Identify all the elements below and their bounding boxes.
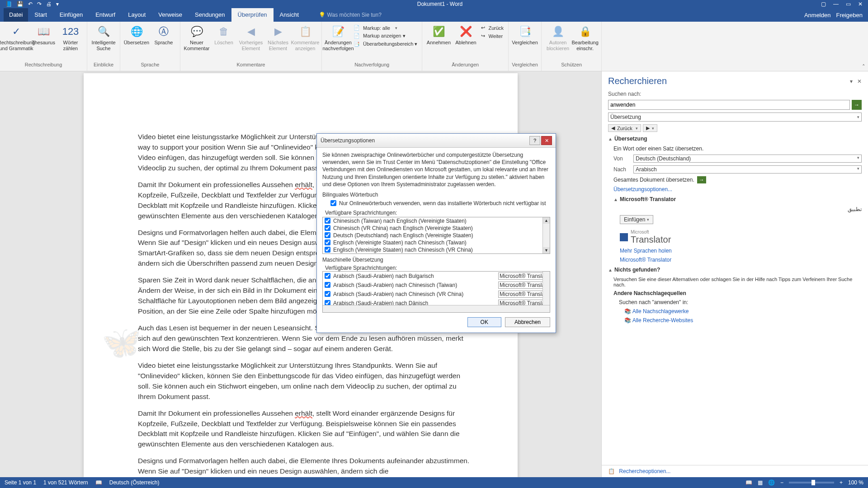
track-changes-button[interactable]: 📝Änderungen nachverfolgen [325, 23, 352, 52]
ms-translator-link[interactable]: Microsoft® Translator [608, 257, 862, 263]
zoom-level[interactable]: 100 % [848, 479, 863, 486]
online-only-checkbox[interactable] [330, 200, 336, 206]
list-item-checkbox[interactable] [325, 239, 330, 245]
tree-root-translation[interactable]: ▲Übersetzung [608, 135, 862, 143]
collapse-ribbon-icon[interactable]: ˄ [862, 63, 865, 70]
not-found-node[interactable]: ▲Nichts gefunden? [608, 266, 862, 274]
show-comments-button[interactable]: 📋Kommentare anzeigen [292, 23, 319, 52]
smart-lookup-button[interactable]: 🔍Intelligente Suche [90, 23, 117, 52]
compare-button[interactable]: 📑Vergleichen [511, 23, 538, 46]
vertical-scrollbar[interactable] [542, 272, 550, 305]
ribbon-display-icon[interactable]: ▢ [821, 1, 826, 7]
web-layout-icon[interactable]: 🌐 [768, 479, 775, 486]
tab-layout[interactable]: Layout [122, 8, 152, 22]
research-options-link[interactable]: 📋 Rechercheoptionen... [602, 465, 868, 477]
minimize-icon[interactable]: — [833, 1, 839, 7]
print-icon[interactable]: 🖨 [46, 1, 52, 7]
more-languages-link[interactable]: Mehr Sprachen holen [608, 248, 862, 254]
file-tab[interactable]: Datei [4, 8, 28, 22]
list-item-checkbox[interactable] [325, 232, 330, 238]
page-number-status[interactable]: Seite 1 von 1 [5, 479, 36, 486]
insert-button[interactable]: Einfügen▾ [620, 215, 653, 224]
zoom-out-icon[interactable]: − [780, 479, 783, 486]
list-item-checkbox[interactable] [325, 218, 330, 224]
markup-display-select[interactable]: 📄 Markup: alle ▾ [352, 24, 419, 31]
translation-options-link[interactable]: Übersetzungsoptionen... [608, 186, 862, 192]
search-input[interactable] [608, 100, 850, 110]
search-go-button[interactable]: → [852, 100, 862, 110]
word-count-status[interactable]: 1 von 521 Wörtern [43, 479, 88, 486]
language-status[interactable]: Deutsch (Österreich) [109, 479, 160, 486]
list-item-checkbox[interactable] [325, 273, 330, 279]
bilingual-listbox[interactable]: Chinesisch (Taiwan) nach Englisch (Verei… [322, 217, 550, 254]
list-item-checkbox[interactable] [325, 247, 330, 253]
undo-icon[interactable]: ↶ [28, 1, 33, 7]
tab-einfuegen[interactable]: Einfügen [53, 8, 89, 22]
spell-check-status-icon[interactable]: 📖 [95, 479, 102, 486]
tab-entwurf[interactable]: Entwurf [89, 8, 122, 22]
back-button[interactable]: ◀ Zurück ▾ [608, 124, 641, 132]
save-icon[interactable]: 💾 [17, 1, 24, 7]
list-item-checkbox[interactable] [325, 282, 330, 288]
list-item-checkbox[interactable] [325, 291, 330, 297]
cancel-button[interactable]: Abbrechen [505, 317, 550, 327]
from-language-select[interactable]: Deutsch (Deutschland)▾ [633, 155, 862, 163]
ok-button[interactable]: OK [467, 317, 501, 327]
pane-options-icon[interactable]: ▾ [850, 78, 853, 84]
delete-comment-button[interactable]: 🗑Löschen [210, 23, 237, 46]
list-item-checkbox[interactable] [325, 225, 330, 231]
block-authors-button[interactable]: 👤Autoren blockieren [544, 23, 571, 52]
prev-comment-button[interactable]: ◀Vorheriges Element [237, 23, 264, 52]
zoom-slider[interactable] [789, 482, 834, 483]
mt-section-label: Maschinelle Übersetzung [322, 257, 550, 263]
tab-sendungen[interactable]: Sendungen [189, 8, 231, 22]
zoom-in-icon[interactable]: + [840, 479, 843, 486]
provider-select[interactable]: Microsoft® Translatc [498, 282, 548, 289]
reject-button[interactable]: ❌Ablehnen [452, 23, 479, 46]
new-comment-button[interactable]: 💬Neuer Kommentar [183, 23, 210, 52]
scroll-up-icon[interactable]: ▲ [543, 217, 550, 224]
word-icon: 📘 [5, 1, 12, 7]
scroll-down-icon[interactable]: ▼ [543, 247, 550, 253]
share-button[interactable]: Freigeben [836, 12, 863, 19]
all-sites-link[interactable]: 📚 Alle Recherche-Websites [608, 317, 862, 324]
thesaurus-button[interactable]: 📖Thesaurus [30, 23, 57, 46]
spelling-button[interactable]: ✓Rechtschreibung und Grammatik [3, 23, 30, 52]
signin-link[interactable]: Anmelden [804, 12, 831, 19]
tell-me-input[interactable]: 💡 Was möchten Sie tun? [319, 8, 382, 22]
tab-start[interactable]: Start [28, 8, 53, 22]
mt-listbox[interactable]: Arabisch (Saudi-Arabien) nach Bulgarisch… [322, 271, 550, 313]
close-pane-icon[interactable]: ✕ [857, 78, 862, 84]
next-change-button[interactable]: ↪ Weiter [479, 33, 505, 39]
translator-logo: MicrosoftTranslator [608, 230, 862, 245]
maximize-icon[interactable]: ▭ [846, 1, 851, 7]
tab-ueberpruefen[interactable]: Überprüfen [231, 8, 274, 22]
horizontal-scrollbar[interactable] [323, 305, 550, 312]
paragraph: Designs und Formatvorlagen helfen auch d… [138, 456, 472, 477]
previous-change-button[interactable]: ↩ Zurück [479, 24, 505, 31]
all-reference-link[interactable]: 📚 Alle Nachschlagewerke [608, 308, 862, 314]
word-count-button[interactable]: 123Wörter zählen [57, 23, 84, 52]
reviewing-pane-button[interactable]: 📑 Überarbeitungsbereich ▾ [352, 41, 419, 47]
provider-select[interactable]: Microsoft® Translatc [498, 272, 548, 280]
tab-ansicht[interactable]: Ansicht [274, 8, 306, 22]
redo-icon[interactable]: ↷ [37, 1, 42, 7]
translate-button[interactable]: 🌐Übersetzen [123, 23, 150, 46]
restrict-editing-button[interactable]: 🔒Bearbeitung einschr. [571, 23, 599, 52]
forward-button[interactable]: ▶ ▾ [643, 124, 657, 132]
translator-node[interactable]: ▲Microsoft® Translator [608, 195, 862, 203]
dialog-close-icon[interactable]: ✕ [541, 136, 552, 145]
accept-button[interactable]: ✅Annehmen [425, 23, 452, 46]
tab-verweise[interactable]: Verweise [152, 8, 189, 22]
next-comment-button[interactable]: ▶Nächstes Element [264, 23, 292, 52]
dialog-help-icon[interactable]: ? [529, 136, 540, 145]
close-window-icon[interactable]: ✕ [858, 1, 863, 7]
translate-doc-go-button[interactable]: → [697, 176, 706, 183]
show-markup-button[interactable]: 📄 Markup anzeigen ▾ [352, 33, 419, 39]
print-layout-icon[interactable]: ▦ [758, 479, 763, 486]
provider-select[interactable]: Microsoft® Translatc [498, 291, 548, 298]
category-select[interactable]: Übersetzung▾ [608, 113, 862, 122]
to-language-select[interactable]: Arabisch▾ [633, 165, 862, 174]
language-button[interactable]: ⒶSprache [150, 23, 177, 46]
read-mode-icon[interactable]: 📖 [745, 479, 752, 486]
